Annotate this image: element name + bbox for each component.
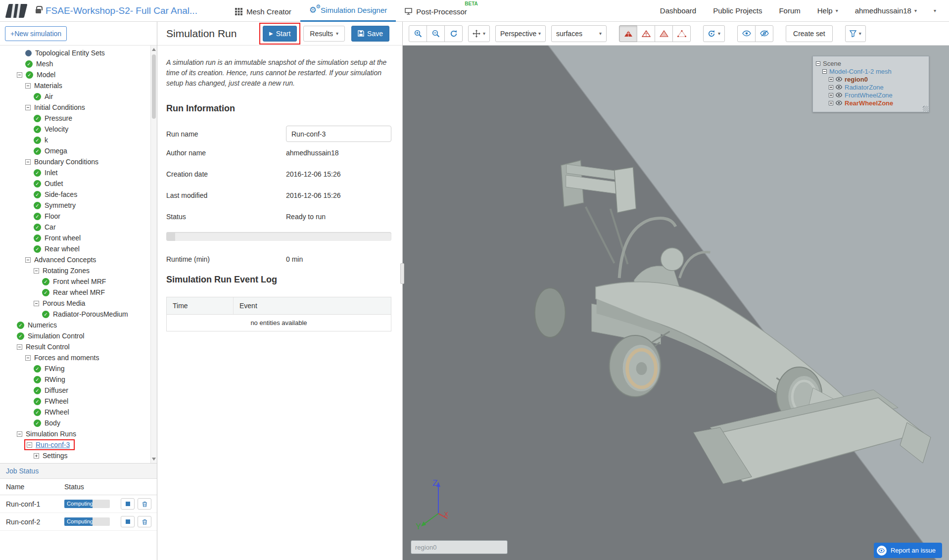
tree-item-rwing[interactable]: RWing [0,374,150,385]
tree-item-simulation-runs[interactable]: Simulation Runs [0,428,150,439]
save-button[interactable]: Save [351,26,389,42]
tree-item-rear-wheel-mrf[interactable]: Rear wheel MRF [0,287,150,298]
tree-item-omega[interactable]: Omega [0,145,150,156]
orientation-button[interactable]: ▾ [703,25,725,42]
expand-icon[interactable] [829,101,833,105]
panel-splitter-handle[interactable] [400,263,404,284]
scene-canvas[interactable]: SceneModel-Conf-1-2 meshregion0RadiatorZ… [403,46,949,560]
scrollbar-thumb[interactable] [152,54,156,119]
scene-tree-item-radiatorzone[interactable]: RadiatorZone [816,83,926,91]
collapse-icon[interactable] [17,344,22,350]
collapse-icon[interactable] [25,105,31,110]
tree-item-model[interactable]: Model [0,69,150,80]
tree-item-fwing[interactable]: FWing [0,363,150,374]
tree-item-side-faces[interactable]: Side-faces [0,189,150,200]
filter-button[interactable]: ▾ [845,25,866,42]
tree-item-run-conf-3[interactable]: Run-conf-3 [0,439,150,450]
tree-item-forces-and-moments[interactable]: Forces and moments [0,352,150,363]
tab-post-processor[interactable]: Post-Processor BETA [396,0,476,22]
tree-item-car[interactable]: Car [0,222,150,233]
tree-item-body[interactable]: Body [0,418,150,428]
collapse-icon[interactable] [17,431,22,437]
scene-tree-item-rearwheelzone[interactable]: RearWheelZone [816,99,926,107]
tree-item-floor[interactable]: Floor [0,211,150,222]
tree-item-result-control[interactable]: Result Control [0,341,150,352]
visibility-eye-icon[interactable] [836,77,842,82]
collapse-icon[interactable] [25,355,31,361]
expand-icon[interactable] [34,453,39,459]
app-logo-icon[interactable] [5,4,28,18]
projection-select[interactable]: Perspective ▾ [495,25,546,42]
collapse-icon[interactable] [34,268,39,274]
stop-job-button[interactable] [121,498,135,510]
new-simulation-button[interactable]: +New simulation [5,26,67,41]
tree-item-inlet[interactable]: Inlet [0,167,150,178]
tab-mesh-creator[interactable]: Mesh Creator [226,0,300,22]
nav-public-projects[interactable]: Public Projects [713,6,762,15]
tree-item-materials[interactable]: Materials [0,80,150,91]
nav-help-menu[interactable]: Help▾ [817,6,838,15]
visibility-eye-icon[interactable] [836,85,842,90]
car-model-render[interactable] [403,46,949,560]
collapse-icon[interactable] [822,69,827,74]
tree-item-k[interactable]: k [0,135,150,145]
scroll-up-icon[interactable] [152,48,156,51]
region-name-input[interactable] [411,540,508,554]
scene-tree-root[interactable]: Scene [816,59,926,67]
run-name-input[interactable] [286,126,391,142]
collapse-icon[interactable] [34,301,39,306]
tree-item-symmetry[interactable]: Symmetry [0,200,150,211]
navbar-overflow-chevron-icon[interactable]: ▾ [934,8,936,13]
hide-selected-button[interactable] [755,25,773,42]
stop-job-button[interactable] [121,516,135,527]
tree-item-front-wheel-mrf[interactable]: Front wheel MRF [0,276,150,287]
collapse-icon[interactable] [25,257,31,263]
tree-item-rwheel[interactable]: RWheel [0,407,150,418]
tree-item-settings[interactable]: Settings [0,450,150,461]
project-title[interactable]: FSAE-Workshop-S2- Full Car Anal... [46,5,197,16]
start-button[interactable]: ▶ Start [263,26,297,42]
tree-item-topological-entity-sets[interactable]: Topological Entity Sets [0,47,150,58]
tree-item-initial-conditions[interactable]: Initial Conditions [0,102,150,113]
tree-item-radiator-porousmedium[interactable]: Radiator-PorousMedium [0,309,150,320]
tab-simulation-designer[interactable]: ⚙⚙ Simulation Designer [300,0,396,22]
entity-type-select[interactable]: surfaces ▾ [551,25,607,42]
expand-icon[interactable] [829,93,833,97]
pan-tool-button[interactable]: ▾ [468,25,490,42]
create-set-button[interactable]: Create set [786,25,833,42]
nav-dashboard[interactable]: Dashboard [660,6,696,15]
tree-item-fwheel[interactable]: FWheel [0,396,150,407]
scene-tree-mesh[interactable]: Model-Conf-1-2 mesh [816,67,926,75]
tree-item-velocity[interactable]: Velocity [0,124,150,135]
render-mode-solid-button[interactable] [619,25,637,42]
tree-item-rotating-zones[interactable]: Rotating Zones [0,265,150,276]
collapse-icon[interactable] [17,72,22,78]
zoom-out-button[interactable] [427,25,445,42]
show-all-button[interactable] [737,25,756,42]
report-issue-button[interactable]: Report an issue [874,543,942,558]
tree-item-diffuser[interactable]: Diffuser [0,385,150,396]
render-mode-points-button[interactable] [672,25,691,42]
collapse-icon[interactable] [25,159,31,165]
tree-item-front-wheel[interactable]: Front wheel [0,233,150,243]
tree-item-air[interactable]: Air [0,91,150,102]
zoom-in-button[interactable] [409,25,427,42]
delete-job-button[interactable] [138,516,151,527]
collapse-icon[interactable] [25,83,31,89]
tree-item-porous-media[interactable]: Porous Media [0,298,150,309]
scene-tree-item-frontwheelzone[interactable]: FrontWheelZone [816,91,926,99]
tree-item-outlet[interactable]: Outlet [0,178,150,189]
tree-item-advanced-concepts[interactable]: Advanced Concepts [0,254,150,265]
expand-icon[interactable] [829,85,833,90]
scene-tree-item-region0[interactable]: region0 [816,75,926,83]
nav-user-menu[interactable]: ahmedhussain18▾ [855,6,917,15]
visibility-eye-icon[interactable] [836,100,842,105]
results-button[interactable]: Results ▾ [303,26,345,42]
tree-item-rear-wheel[interactable]: Rear wheel [0,243,150,254]
expand-icon[interactable] [829,77,833,82]
resize-handle-icon[interactable] [923,106,928,111]
tree-item-pressure[interactable]: Pressure [0,113,150,124]
tree-scrollbar[interactable] [150,46,157,463]
scroll-down-icon[interactable] [152,458,156,461]
collapse-icon[interactable] [27,442,32,448]
